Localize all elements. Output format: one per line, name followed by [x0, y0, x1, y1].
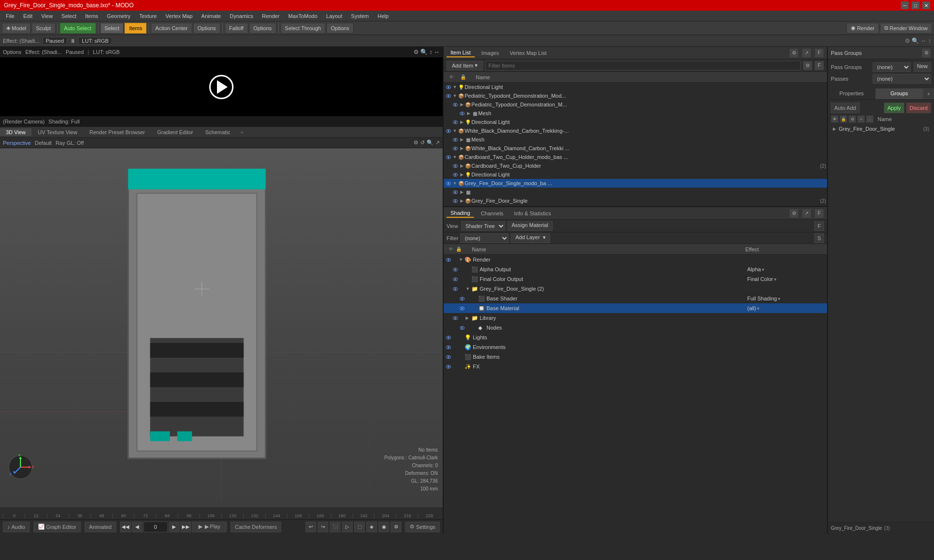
tb-icon6[interactable]: ◈: [366, 522, 377, 532]
shader-row[interactable]: ✨FX: [444, 362, 827, 371]
shader-row[interactable]: ⬛Bake Items: [444, 352, 827, 362]
prev-frame-btn[interactable]: ◀: [132, 522, 143, 532]
vp-expand-icon[interactable]: ↗: [435, 140, 440, 146]
shader-vis-icon[interactable]: [452, 287, 458, 291]
next-frame-btn[interactable]: ▶: [169, 522, 180, 532]
shader-effect-dropdown-icon[interactable]: ▾: [757, 306, 759, 311]
menu-maxtomodo[interactable]: MaxToModo: [285, 12, 322, 20]
item-list-row[interactable]: ▼📦Cardboard_Two_Cup_Holder_modo_bas ...: [444, 153, 827, 161]
shader-expand-btn[interactable]: ↗: [802, 209, 811, 218]
item-list-row[interactable]: ▶💡Directional Light: [444, 170, 827, 179]
raygl-toggle[interactable]: Ray GL: Off: [55, 140, 84, 146]
item-list-row[interactable]: ▶📦Pediatric_Typodont_Demonstration_M...: [444, 100, 827, 109]
menu-edit[interactable]: Edit: [19, 12, 36, 20]
tab-3d-view[interactable]: 3D View: [0, 128, 32, 136]
tb-icon1[interactable]: ↩: [305, 522, 316, 532]
options-btn3[interactable]: Options: [326, 23, 354, 34]
vp-settings-icon[interactable]: ⚙: [413, 140, 418, 146]
vp-refresh-icon[interactable]: ↺: [420, 140, 425, 146]
shader-row[interactable]: 🔲Base Material(all) ▾: [444, 303, 827, 313]
item-list-row[interactable]: ▶▦Mesh: [444, 109, 827, 118]
auto-add-btn[interactable]: Auto Add: [831, 103, 860, 113]
animated-btn[interactable]: Animated: [85, 522, 116, 532]
shader-vis-icon[interactable]: [446, 355, 451, 359]
shader-filter-select[interactable]: (none): [460, 233, 509, 243]
shader-row[interactable]: ⬛Final Color OutputFinal Color ▾: [444, 274, 827, 284]
passes-select[interactable]: (none): [873, 74, 931, 84]
item-list-f-btn[interactable]: F: [814, 48, 824, 58]
item-expand-icon[interactable]: ▶: [459, 145, 465, 151]
tab-item-list[interactable]: Item List: [447, 49, 475, 57]
audio-btn[interactable]: ♪ Audio: [3, 522, 30, 532]
menu-geometry[interactable]: Geometry: [103, 12, 134, 20]
action-center-btn[interactable]: Action Center: [151, 23, 192, 34]
play-btn[interactable]: ▶ ▶ Play: [192, 522, 227, 532]
minimize-btn[interactable]: ─: [901, 1, 909, 9]
menu-file[interactable]: File: [2, 12, 18, 20]
shader-effect-dropdown-icon[interactable]: ▾: [778, 296, 780, 301]
shader-view-select[interactable]: Shader Tree: [461, 221, 505, 231]
item-visibility-icon[interactable]: [446, 154, 451, 160]
shader-row[interactable]: 🌍Environments: [444, 342, 827, 352]
vp-search-icon[interactable]: 🔍: [427, 140, 433, 146]
shader-vis-icon[interactable]: [459, 326, 465, 330]
shader-vis-icon[interactable]: [452, 268, 458, 271]
item-list-row[interactable]: ▶📦Grey_Fire_Door_Single(2): [444, 196, 827, 205]
tab-vertex-map-list[interactable]: Vertex Map List: [506, 49, 551, 57]
item-expand-icon[interactable]: ▶: [459, 198, 465, 204]
tab-add-btn[interactable]: +: [236, 128, 247, 136]
shader-f-btn3[interactable]: F: [814, 221, 824, 231]
menu-texture[interactable]: Texture: [135, 12, 161, 20]
item-expand-icon[interactable]: ▼: [452, 128, 458, 134]
add-item-btn[interactable]: Add Item ▾: [447, 61, 483, 70]
tab-schematic[interactable]: Schematic: [199, 128, 236, 136]
item-list-row[interactable]: ▼📦Grey_Fire_Door_Single_modo_ba ...: [444, 179, 827, 188]
shader-expand-icon[interactable]: ▼: [466, 286, 471, 291]
options-btn2[interactable]: Options: [249, 23, 276, 34]
menu-help[interactable]: Help: [374, 12, 393, 20]
frame-input[interactable]: [144, 522, 168, 532]
group-vis-btn[interactable]: 👁: [831, 115, 839, 123]
close-btn[interactable]: ✕: [922, 1, 930, 9]
item-expand-icon[interactable]: ▶: [466, 110, 471, 116]
viewport-shading[interactable]: Default: [35, 140, 52, 146]
prev-key-btn[interactable]: ◀◀: [120, 522, 131, 532]
item-expand-icon[interactable]: ▶: [459, 163, 465, 169]
tab-channels[interactable]: Channels: [477, 210, 507, 217]
shader-s-btn[interactable]: S: [814, 233, 824, 243]
group-row[interactable]: ▶ Grey_Fire_Door_Single (3): [831, 125, 931, 133]
item-expand-icon[interactable]: ▶: [459, 172, 465, 177]
shader-row[interactable]: ▼🎨Render: [444, 255, 827, 264]
tab-uv-texture[interactable]: UV Texture View: [32, 128, 84, 136]
menu-render[interactable]: Render: [258, 12, 284, 20]
menu-view[interactable]: View: [37, 12, 57, 20]
shader-expand-icon[interactable]: ▼: [459, 257, 465, 262]
tab-shading[interactable]: Shading: [447, 209, 474, 218]
viewport-perspective[interactable]: Perspective: [3, 140, 31, 146]
tab-images[interactable]: Images: [478, 49, 503, 57]
group-del-btn[interactable]: -: [866, 115, 874, 123]
options-btn1[interactable]: Options: [193, 23, 220, 34]
model-btn[interactable]: ◈ Model: [2, 23, 31, 34]
menu-dynamics[interactable]: Dynamics: [226, 12, 257, 20]
item-list-row[interactable]: ▼📦White_Black_Diamond_Carbon_Trekking-..…: [444, 126, 827, 135]
item-expand-icon[interactable]: ▶: [459, 119, 465, 125]
auto-select-btn[interactable]: Auto Select: [60, 23, 96, 34]
item-list-row[interactable]: ▶▦Mesh: [444, 135, 827, 144]
item-expand-icon[interactable]: ▶: [459, 102, 465, 107]
items-btn[interactable]: Items: [125, 23, 146, 34]
shader-effect-dropdown-icon[interactable]: ▾: [762, 267, 764, 272]
menu-animate[interactable]: Animate: [198, 12, 225, 20]
shader-vis-icon[interactable]: [452, 278, 458, 281]
play-preview-btn[interactable]: [209, 75, 234, 99]
next-key-btn[interactable]: ▶▶: [180, 522, 191, 532]
shader-row[interactable]: ⬛Base ShaderFull Shading ▾: [444, 294, 827, 303]
item-visibility-icon[interactable]: [452, 145, 458, 151]
item-visibility-icon[interactable]: [452, 198, 458, 204]
discard-btn[interactable]: Discard: [906, 103, 931, 113]
pass-groups-select[interactable]: (none): [873, 62, 911, 72]
settings-btn[interactable]: ⚙ Settings: [405, 522, 440, 532]
item-visibility-icon[interactable]: [452, 189, 458, 195]
shader-row[interactable]: ▶📁Library: [444, 313, 827, 323]
item-expand-icon[interactable]: ▼: [452, 154, 458, 160]
